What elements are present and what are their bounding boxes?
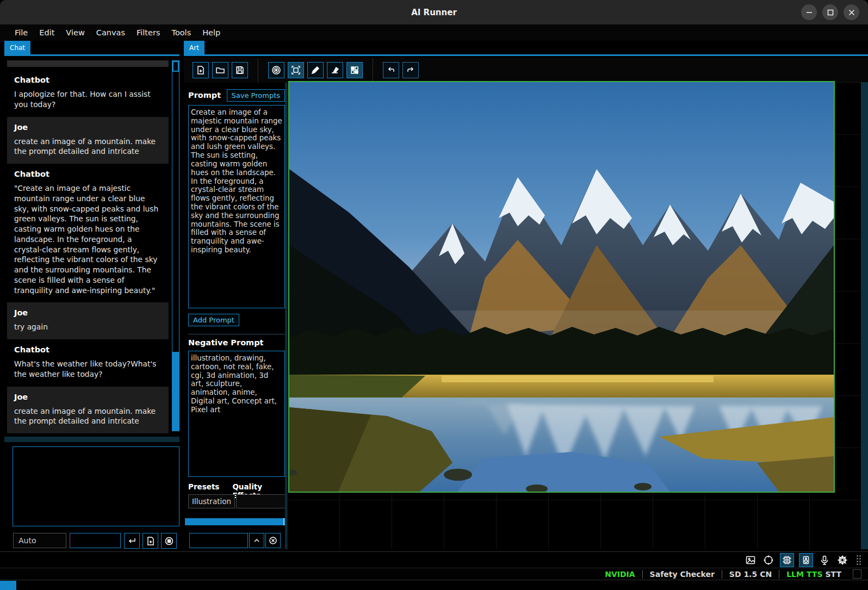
crosshair-icon — [763, 555, 774, 566]
chat-message: Chatbot "Create an image of a majestic m… — [7, 164, 169, 302]
generation-progress-bar — [185, 518, 288, 525]
chat-mode-select[interactable]: Auto — [13, 533, 66, 548]
folder-icon — [215, 65, 225, 75]
status-separator — [722, 570, 722, 579]
undo-button[interactable] — [383, 62, 399, 78]
chat-scrollbar[interactable] — [172, 60, 179, 431]
menu-tools[interactable]: Tools — [171, 28, 191, 37]
menu-canvas[interactable]: Canvas — [96, 28, 125, 37]
prompt-label: Prompt — [188, 91, 221, 100]
cancel-circle-icon — [269, 536, 277, 545]
tts-toggle-button[interactable] — [799, 553, 813, 567]
add-prompt-button[interactable]: Add Prompt — [188, 314, 239, 326]
app-window: AI Runner File Edit View Canvas Filters … — [0, 0, 868, 590]
grid-tool-button[interactable] — [346, 62, 363, 78]
tab-art[interactable]: Art — [184, 41, 204, 54]
brush-tool-button[interactable] — [307, 62, 324, 78]
save-prompts-button[interactable]: Save Prompts — [227, 89, 285, 102]
statusbar-size-grip[interactable] — [853, 569, 861, 579]
generate-input[interactable] — [189, 533, 248, 548]
generated-image[interactable] — [288, 81, 835, 493]
llm-toggle-button[interactable] — [780, 553, 794, 567]
chat-message: Joe try again — [7, 302, 169, 339]
enter-icon — [127, 536, 137, 546]
chat-input-row: Auto — [4, 533, 179, 549]
menu-file[interactable]: File — [15, 28, 28, 37]
status-sd-version: SD 1.5 — [729, 570, 757, 579]
close-button[interactable] — [844, 4, 859, 20]
document-plus-icon — [196, 65, 206, 75]
maximize-icon — [827, 9, 834, 16]
redo-icon — [406, 65, 416, 75]
chat-aux-input[interactable] — [70, 533, 121, 548]
eraser-tool-button[interactable] — [327, 62, 343, 78]
status-nvidia: NVIDIA — [605, 570, 635, 579]
menu-help[interactable]: Help — [202, 28, 220, 37]
new-document-button[interactable] — [193, 62, 209, 78]
menu-filters[interactable]: Filters — [137, 28, 160, 37]
chevron-up-icon — [252, 536, 261, 545]
art-canvas[interactable] — [287, 82, 868, 549]
eraser-icon — [330, 65, 340, 75]
chat-splitter[interactable] — [4, 437, 179, 442]
menubar: File Edit View Canvas Filters Tools Help — [0, 24, 868, 41]
quality-effects-select[interactable] — [236, 494, 290, 508]
new-conversation-button[interactable] — [142, 533, 158, 549]
message-text: create an image of a mountain. make the … — [14, 136, 160, 157]
message-sender: Joe — [14, 308, 160, 317]
status-llm: LLM — [786, 570, 804, 579]
menu-view[interactable]: View — [66, 28, 84, 37]
message-text: I apologize for that. How can I assist y… — [14, 89, 160, 110]
maximize-button[interactable] — [822, 4, 838, 20]
chat-scrollbar-handle[interactable] — [172, 352, 179, 431]
chat-message: Chatbot I apologize for that. How can I … — [7, 70, 169, 117]
chat-panel: Chatbot I apologize for that. How can I … — [4, 54, 179, 548]
divider — [188, 334, 285, 334]
cancel-generation-button[interactable] — [265, 533, 281, 548]
bottom-toolbar — [0, 551, 868, 568]
toolbar-separator — [258, 58, 258, 82]
status-separator — [779, 570, 779, 579]
speaker-icon — [801, 555, 811, 565]
message-sender: Chatbot — [14, 76, 160, 84]
negative-prompt-textarea[interactable]: illustration, drawing, cartoon, not real… — [188, 351, 285, 477]
redo-button[interactable] — [402, 62, 419, 78]
prompt-textarea[interactable]: Create an image of a majestic mountain r… — [188, 105, 285, 308]
chat-message: Chatbot Generating image... Your image h… — [7, 433, 169, 434]
status-safety-checker: Safety Checker — [650, 570, 715, 579]
settings-button[interactable] — [836, 554, 849, 567]
gear-icon — [837, 555, 848, 566]
record-icon — [164, 536, 174, 546]
image-generator-button[interactable] — [744, 554, 757, 567]
message-text: "Create an image of a majestic mountain … — [14, 183, 160, 295]
save-button[interactable] — [232, 62, 248, 78]
chat-history: Chatbot I apologize for that. How can I … — [4, 58, 179, 434]
menu-edit[interactable]: Edit — [39, 28, 54, 37]
canvas-scroll-strip[interactable] — [861, 82, 868, 549]
message-text: try again — [14, 322, 160, 332]
statusbar: NVIDIA Safety Checker SD 1.5 CN LLM TTS … — [0, 568, 868, 580]
image-icon — [745, 555, 756, 566]
titlebar: AI Runner — [0, 0, 868, 24]
chat-message-input[interactable] — [13, 446, 179, 526]
save-icon — [235, 65, 245, 75]
record-button[interactable] — [161, 533, 177, 549]
grid-icon — [350, 65, 359, 75]
expand-button[interactable] — [249, 533, 264, 548]
crosshair-button[interactable] — [762, 554, 775, 567]
message-text: What's the weather like today?What's the… — [14, 359, 160, 380]
selection-tool-button[interactable] — [288, 62, 304, 78]
open-folder-button[interactable] — [212, 62, 228, 78]
target-tool-button[interactable] — [268, 62, 284, 78]
art-panel: Prompt Save Prompts Create an image of a… — [184, 54, 868, 548]
undo-icon — [386, 65, 396, 75]
art-toolbar — [184, 58, 868, 83]
send-button[interactable] — [124, 533, 140, 549]
tab-row: Chat Art — [0, 41, 868, 54]
chat-scrollbar-top[interactable] — [172, 61, 179, 72]
tab-chat[interactable]: Chat — [4, 41, 30, 54]
toolbar-grip-handle[interactable] — [856, 555, 861, 566]
presets-select[interactable]: Illustration — [188, 494, 235, 508]
minimize-button[interactable] — [801, 4, 817, 20]
stt-microphone-button[interactable] — [818, 554, 831, 567]
